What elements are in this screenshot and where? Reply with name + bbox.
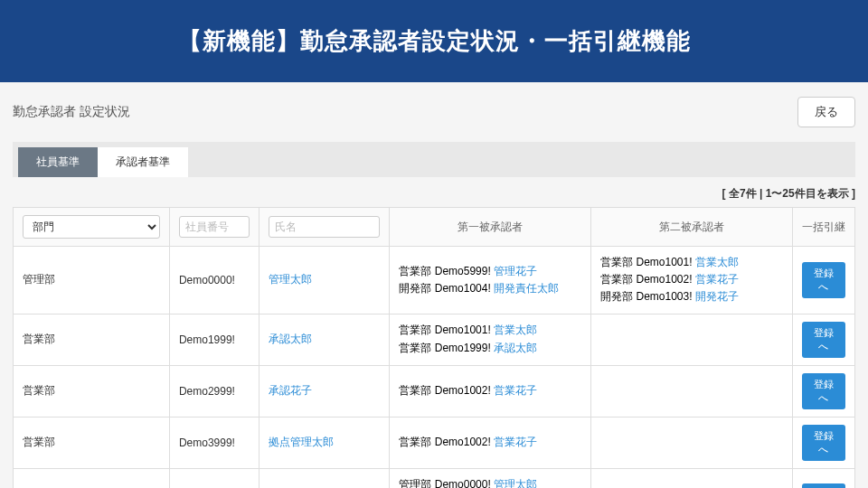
register-button[interactable]: 登録へ [802,262,845,298]
approver-prefix: 営業部 Demo1002! [399,384,494,397]
approver-prefix: 管理部 Demo0000! [399,478,494,488]
approver-prefix: 営業部 Demo1999! [399,342,494,354]
approver-line: 営業部 Demo1999! 承認太郎 [399,340,581,357]
back-button[interactable]: 戻る [797,97,855,127]
register-button[interactable]: 登録へ [802,425,845,461]
table-body: 管理部Demo0000!管理太郎営業部 Demo5999! 管理花子開発部 De… [14,247,855,489]
employee-name-link[interactable]: 承認花子 [269,384,312,397]
cell-second-approver [591,314,793,365]
approver-line: 営業部 Demo1001! 営業太郎 [399,322,581,339]
approver-link[interactable]: 開発責任太郎 [494,282,559,295]
cell-second-approver [591,468,793,488]
approver-line: 営業部 Demo1002! 営業花子 [399,434,581,451]
cell-dept: 営業部 [14,468,170,488]
approver-table: 部門 第一被承認者 第二被承認者 一括引継 管理部Demo0000!管理太郎営業… [13,207,855,488]
tab-employee[interactable]: 社員基準 [18,147,98,177]
header-batch: 一括引継 [792,208,854,247]
approver-link[interactable]: 管理太郎 [494,478,537,488]
employee-name-link[interactable]: 管理太郎 [269,273,312,286]
employee-name-link[interactable]: 拠点管理太郎 [269,436,334,448]
header-first-approver: 第一被承認者 [390,208,591,247]
cell-dept: 営業部 [14,365,170,417]
approver-link[interactable]: 営業太郎 [695,256,739,268]
approver-line: 営業部 Demo1001! 営業太郎 [600,254,783,271]
approver-line: 営業部 Demo5999! 管理花子 [399,263,581,280]
cell-emp-no: Demo1999! [169,314,259,365]
cell-batch: 登録へ [792,314,854,365]
page-title: 勤怠承認者 設定状況 [13,104,130,120]
name-filter[interactable] [269,216,380,238]
approver-link[interactable]: 開発花子 [695,290,739,303]
cell-batch: 登録へ [792,417,854,468]
cell-emp-no: Demo5999! [169,468,259,488]
cell-first-approver: 管理部 Demo0000! 管理太郎営業部 Demo2999! 承認花子営業部 … [390,468,591,488]
approver-line: 開発部 Demo1004! 開発責任太郎 [399,280,581,297]
filter-row: 部門 第一被承認者 第二被承認者 一括引継 [14,208,855,247]
cell-name: 管理花子 [259,468,390,488]
cell-emp-no: Demo0000! [169,247,259,314]
tabs: 社員基準 承認者基準 [18,147,850,177]
approver-prefix: 営業部 Demo1001! [600,256,695,268]
count-bar: [ 全7件 | 1〜25件目を表示 ] [0,177,868,207]
cell-batch: 登録へ [792,468,854,488]
register-button[interactable]: 登録へ [802,373,845,409]
register-button[interactable]: 登録へ [802,483,845,488]
cell-name: 承認花子 [259,365,390,417]
cell-name: 管理太郎 [259,247,390,314]
table-row: 営業部Demo5999!管理花子管理部 Demo0000! 管理太郎営業部 De… [14,468,855,488]
employee-name-link[interactable]: 承認太郎 [269,333,312,345]
tabs-wrapper: 社員基準 承認者基準 [13,142,855,177]
cell-name: 拠点管理太郎 [259,417,390,468]
cell-emp-no: Demo2999! [169,365,259,417]
count-text: [ 全7件 | 1〜25件目を表示 ] [722,187,855,200]
cell-first-approver: 営業部 Demo1002! 営業花子 [390,365,591,417]
approver-link[interactable]: 営業花子 [494,384,537,397]
approver-link[interactable]: 営業太郎 [494,324,537,336]
approver-prefix: 営業部 Demo1002! [600,273,695,286]
approver-link[interactable]: 営業花子 [695,273,739,286]
approver-prefix: 営業部 Demo1001! [399,324,494,336]
cell-batch: 登録へ [792,365,854,417]
cell-first-approver: 営業部 Demo1001! 営業太郎営業部 Demo1999! 承認太郎 [390,314,591,365]
approver-link[interactable]: 承認太郎 [494,342,537,354]
table-row: 営業部Demo1999!承認太郎営業部 Demo1001! 営業太郎営業部 De… [14,314,855,365]
cell-first-approver: 営業部 Demo1002! 営業花子 [390,417,591,468]
page-header: 勤怠承認者 設定状況 戻る [0,82,868,142]
register-button[interactable]: 登録へ [802,322,845,358]
table-row: 営業部Demo3999!拠点管理太郎営業部 Demo1002! 営業花子登録へ [14,417,855,468]
approver-line: 営業部 Demo1002! 営業花子 [399,382,581,399]
approver-prefix: 営業部 Demo1002! [399,436,494,448]
approver-line: 管理部 Demo0000! 管理太郎 [399,476,581,488]
banner-title: 【新機能】勤怠承認者設定状況・一括引継機能 [178,27,691,54]
approver-prefix: 開発部 Demo1004! [399,282,494,295]
table-row: 管理部Demo0000!管理太郎営業部 Demo5999! 管理花子開発部 De… [14,247,855,314]
cell-batch: 登録へ [792,247,854,314]
table-wrap: 部門 第一被承認者 第二被承認者 一括引継 管理部Demo0000!管理太郎営業… [0,207,868,488]
approver-link[interactable]: 管理花子 [494,265,537,277]
cell-second-approver [591,417,793,468]
approver-prefix: 営業部 Demo5999! [399,265,494,277]
cell-second-approver [591,365,793,417]
cell-first-approver: 営業部 Demo5999! 管理花子開発部 Demo1004! 開発責任太郎 [390,247,591,314]
cell-name: 承認太郎 [259,314,390,365]
approver-line: 営業部 Demo1002! 営業花子 [600,271,783,288]
cell-second-approver: 営業部 Demo1001! 営業太郎営業部 Demo1002! 営業花子開発部 … [591,247,793,314]
cell-dept: 営業部 [14,314,170,365]
header-second-approver: 第二被承認者 [591,208,793,247]
approver-prefix: 開発部 Demo1003! [600,290,695,303]
table-row: 営業部Demo2999!承認花子営業部 Demo1002! 営業花子登録へ [14,365,855,417]
cell-dept: 管理部 [14,247,170,314]
tab-approver[interactable]: 承認者基準 [98,147,188,177]
cell-emp-no: Demo3999! [169,417,259,468]
emp-no-filter[interactable] [179,216,250,238]
cell-dept: 営業部 [14,417,170,468]
approver-link[interactable]: 営業花子 [494,436,537,448]
approver-line: 開発部 Demo1003! 開発花子 [600,288,783,305]
dept-filter[interactable]: 部門 [23,215,160,239]
banner: 【新機能】勤怠承認者設定状況・一括引継機能 [0,0,868,82]
